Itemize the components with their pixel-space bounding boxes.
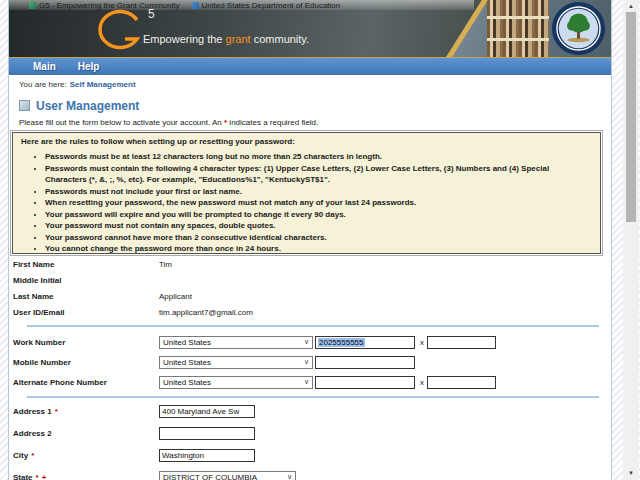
chevron-down-icon: ∨ (304, 338, 309, 346)
password-rule: Passwords must be at least 12 characters… (45, 151, 592, 163)
password-rule: You cannot change the password more than… (45, 243, 592, 254)
address2-label: Address 2 (13, 429, 159, 438)
address1-label: Address 1* (13, 407, 159, 416)
user-id-email-row: User ID/Email tim.applicant7@gmail.com (13, 304, 611, 320)
browser-content: G5 - Empowering the Grant Community Unit… (8, 0, 612, 480)
mobile-number-row: Mobile Number United States ∨ (13, 352, 611, 372)
tagline-post: community. (251, 33, 309, 45)
scroll-down-icon[interactable]: ▼ (623, 470, 639, 476)
city-label-text: City (13, 451, 28, 460)
bookshelf-shelf (487, 16, 549, 19)
password-rule: Your password will expire and you will b… (45, 209, 592, 221)
state-row: State*+ DISTRICT OF COLUMBIA ∨ (13, 466, 611, 480)
work-country-select[interactable]: United States ∨ (159, 336, 313, 349)
alternate-country-select[interactable]: United States ∨ (159, 376, 313, 389)
g5-logo-icon (95, 8, 147, 54)
g5-favicon-icon (29, 2, 36, 9)
breadcrumb-prefix: You are here: (19, 80, 67, 89)
last-name-row: Last Name Applicant (13, 288, 611, 304)
state-select-value: DISTRICT OF COLUMBIA (163, 473, 257, 480)
work-number-row: Work Number United States ∨ 2025555555 x (13, 332, 611, 352)
first-name-value: Tim (159, 260, 172, 269)
scroll-up-icon[interactable]: ▲ (623, 3, 639, 9)
page: G5 - Empowering the Grant Community Unit… (0, 0, 640, 480)
password-rules-box: Here are the rules to follow when settin… (12, 132, 601, 254)
user-id-email-value: tim.applicant7@gmail.com (159, 308, 253, 317)
section-divider (27, 325, 599, 327)
password-rule: Your password cannot have more than 2 co… (45, 232, 592, 244)
required-asterisk: * (55, 407, 58, 416)
alternate-number-label: Alternate Phone Number (13, 378, 159, 387)
address1-input[interactable] (159, 405, 255, 418)
city-label: City* (13, 451, 159, 460)
intro-text: Please fill out the form below to activa… (19, 118, 611, 127)
state-select[interactable]: DISTRICT OF COLUMBIA ∨ (159, 471, 296, 480)
required-asterisk: * (31, 451, 34, 460)
mobile-number-input[interactable] (315, 356, 415, 369)
breadcrumb: You are here: Self Management (9, 75, 611, 93)
tab-strip: G5 - Empowering the Grant Community Unit… (9, 0, 474, 10)
address1-label-text: Address 1 (13, 407, 52, 416)
bookshelf-image (487, 0, 549, 57)
breadcrumb-link-self-management[interactable]: Self Management (70, 80, 136, 89)
page-title: User Management (36, 99, 139, 113)
city-row: City* (13, 444, 611, 466)
password-rules-list: Passwords must be at least 12 characters… (21, 151, 592, 254)
first-name-row: First Name Tim (13, 256, 611, 272)
alternate-country-value: United States (163, 378, 211, 387)
chevron-down-icon: ∨ (287, 473, 292, 480)
chevron-down-icon: ∨ (304, 358, 309, 366)
tagline-pre: Empowering the (143, 33, 226, 45)
middle-initial-row: Middle Initial (13, 272, 611, 288)
address2-row: Address 2 (13, 422, 611, 444)
required-asterisk: * (36, 473, 39, 480)
nav-item-help[interactable]: Help (78, 61, 100, 72)
alternate-number-input[interactable] (315, 376, 415, 389)
alternate-number-row: Alternate Phone Number United States ∨ x (13, 372, 611, 392)
work-number-selected-text: 2025555555 (318, 338, 365, 347)
password-rule: When resetting your password, the new pa… (45, 197, 592, 209)
password-rule: Passwords must contain the following 4 c… (45, 163, 592, 186)
ed-favicon-icon (192, 2, 199, 9)
work-number-label: Work Number (13, 338, 159, 347)
page-title-row: User Management (9, 93, 611, 113)
banner-tagline: Empowering the grant community. (143, 33, 309, 45)
password-rule: Your password must not contain any space… (45, 220, 592, 232)
banner: G5 - Empowering the Grant Community Unit… (9, 0, 611, 58)
state-label: State*+ (13, 473, 159, 480)
address2-label-text: Address 2 (13, 429, 52, 438)
required-plus: + (42, 473, 47, 480)
work-country-value: United States (163, 338, 211, 347)
password-rule: Passwords must not include your first or… (45, 186, 592, 198)
state-label-text: State (13, 473, 33, 480)
work-extension-input[interactable] (427, 336, 496, 349)
alternate-extension-input[interactable] (427, 376, 496, 389)
window-icon (19, 100, 30, 111)
last-name-value: Applicant (159, 292, 192, 301)
extension-separator: x (420, 338, 424, 347)
user-form: First Name Tim Middle Initial Last Name … (9, 254, 611, 480)
middle-initial-label: Middle Initial (13, 276, 159, 285)
mobile-country-value: United States (163, 358, 211, 367)
first-name-label: First Name (13, 260, 159, 269)
education-dept-seal-icon (551, 1, 606, 56)
scrollbar-thumb[interactable] (626, 12, 636, 222)
last-name-label: Last Name (13, 292, 159, 301)
tab-title-ed[interactable]: United States Department of Education (202, 1, 341, 10)
nav-item-main[interactable]: Main (33, 61, 56, 72)
user-id-email-label: User ID/Email (13, 308, 159, 317)
tab-title-g5[interactable]: G5 - Empowering the Grant Community (39, 1, 180, 10)
city-input[interactable] (159, 449, 255, 462)
vertical-scrollbar[interactable]: ▲ ▼ (623, 0, 639, 480)
address2-input[interactable] (159, 427, 255, 440)
extension-separator: x (420, 378, 424, 387)
work-number-input[interactable]: 2025555555 (315, 336, 415, 349)
section-divider (27, 396, 599, 398)
chevron-down-icon: ∨ (304, 378, 309, 386)
bookshelf-shelf (487, 38, 549, 41)
password-rules-title: Here are the rules to follow when settin… (21, 137, 592, 146)
address1-row: Address 1* (13, 400, 611, 422)
intro-pre: Please fill out the form below to activa… (19, 118, 224, 127)
mobile-country-select[interactable]: United States ∨ (159, 356, 313, 369)
mobile-number-label: Mobile Number (13, 358, 159, 367)
